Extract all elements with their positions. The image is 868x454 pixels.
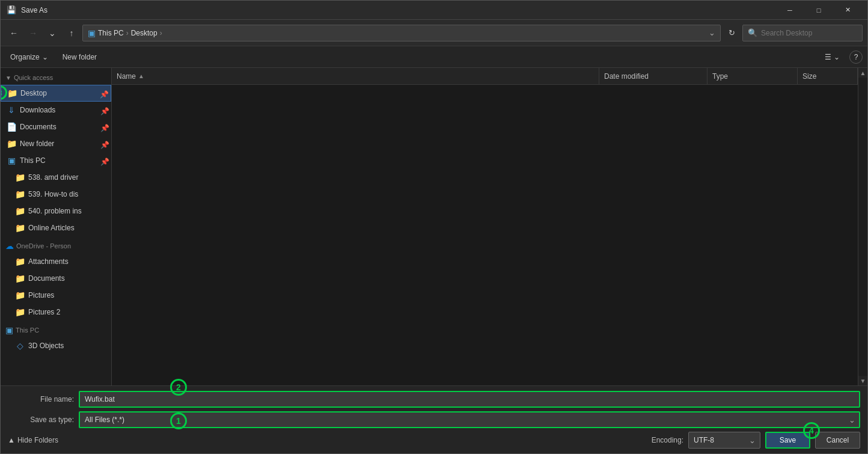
download-icon: ⇓ (7, 105, 16, 115)
secondary-toolbar: Organize ⌄ New folder ☰ ⌄ ? (1, 46, 867, 68)
col-name-label: Name (117, 72, 136, 81)
navigation-toolbar: ← → ⌄ ↑ ▣ This PC › Desktop › ⌄ ↻ 🔍 (1, 20, 867, 46)
folder-icon: 📁 (15, 290, 25, 300)
breadcrumb-this-pc[interactable]: This PC (98, 29, 124, 37)
view-dropdown-icon: ⌄ (834, 53, 840, 61)
sidebar-item-desktop[interactable]: 📁 Desktop 📌 3 (1, 85, 111, 102)
scroll-down-arrow[interactable]: ▼ (858, 376, 867, 385)
encoding-select-row: UTF-8 UTF-16 ANSI ⌄ (688, 432, 760, 449)
col-header-name[interactable]: Name ▲ (112, 68, 599, 84)
cube-icon: ◇ (15, 341, 25, 351)
main-content: ▼ Quick access 📁 Desktop 📌 3 ⇓ Downloads… (1, 68, 867, 385)
view-button[interactable]: ☰ ⌄ (820, 49, 845, 65)
sidebar-item-label: Pictures (28, 291, 54, 299)
sidebar-item-documents[interactable]: 📄 Documents 📌 (1, 118, 111, 135)
file-name-input[interactable] (79, 391, 860, 408)
dialog-icon: 💾 (7, 5, 16, 15)
sidebar-item-online-articles[interactable]: 📁 Online Articles (1, 219, 111, 236)
save-as-type-select[interactable]: All Files (*.*) Text Documents (*.txt) B… (79, 411, 860, 428)
hide-folders-button[interactable]: ▲ Hide Folders (8, 436, 58, 444)
breadcrumb-sep2: › (160, 29, 162, 37)
onedrive-header[interactable]: ☁ OneDrive - Person (1, 239, 111, 253)
this-pc-sidebar-header[interactable]: ▣ This PC (1, 323, 111, 337)
sidebar-item-label: Pictures 2 (28, 308, 60, 316)
pin-icon: 📌 (100, 141, 106, 147)
file-list[interactable] (112, 85, 858, 385)
sidebar-item-label: Downloads (20, 106, 55, 114)
col-size-label: Size (802, 72, 816, 81)
minimize-button[interactable]: ─ (776, 1, 804, 20)
right-scrollbar[interactable]: ▲ ▼ (858, 68, 867, 385)
address-bar[interactable]: ▣ This PC › Desktop › ⌄ (82, 25, 721, 41)
sidebar: ▼ Quick access 📁 Desktop 📌 3 ⇓ Downloads… (1, 68, 112, 385)
encoding-select[interactable]: UTF-8 UTF-16 ANSI (688, 432, 760, 449)
dialog-title: Save As (21, 6, 776, 14)
sidebar-item-attachments[interactable]: 📁 Attachments (1, 253, 111, 270)
sidebar-item-3d-objects[interactable]: ◇ 3D Objects (1, 337, 111, 354)
folder-icon: 📁 (7, 88, 17, 98)
organize-dropdown-icon: ⌄ (42, 53, 48, 61)
quick-access-header[interactable]: ▼ Quick access (1, 70, 111, 85)
annotation-4: 4 (803, 422, 820, 439)
folder-icon: 📁 (15, 189, 25, 199)
search-box[interactable]: 🔍 (742, 25, 863, 41)
close-button[interactable]: ✕ (834, 1, 861, 20)
sidebar-item-this-pc[interactable]: ▣ This PC 📌 (1, 152, 111, 169)
sidebar-item-label: 540. problem ins (28, 207, 82, 215)
sidebar-item-label: Attachments (28, 257, 69, 266)
sidebar-item-label: This PC (20, 156, 46, 165)
sidebar-item-downloads[interactable]: ⇓ Downloads 📌 (1, 102, 111, 118)
file-name-label: File name: (8, 395, 74, 403)
help-button[interactable]: ? (849, 51, 863, 64)
breadcrumb-sep1: › (126, 29, 129, 37)
new-folder-button[interactable]: New folder (58, 49, 102, 65)
organize-button[interactable]: Organize ⌄ (5, 49, 53, 65)
forward-button[interactable]: → (25, 25, 41, 41)
annotation-1: 1 (170, 413, 187, 429)
sidebar-item-od-documents[interactable]: 📁 Documents (1, 270, 111, 287)
folder-icon: 📁 (15, 206, 25, 216)
folder-icon: 📁 (15, 257, 25, 266)
sidebar-item-pictures[interactable]: 📁 Pictures (1, 287, 111, 304)
scroll-up-arrow[interactable]: ▲ (858, 68, 867, 78)
save-as-dialog: 💾 Save As ─ □ ✕ ← → ⌄ ↑ ▣ This PC › Desk… (0, 0, 868, 454)
sidebar-item-label: Online Articles (28, 224, 75, 232)
up-button[interactable]: ↑ (63, 25, 80, 41)
maximize-button[interactable]: □ (805, 1, 833, 20)
sidebar-item-538[interactable]: 📁 538. amd driver (1, 169, 111, 186)
refresh-button[interactable]: ↻ (723, 25, 740, 41)
pin-icon: 📌 (100, 158, 106, 164)
back-button[interactable]: ← (5, 25, 22, 41)
file-name-row: File name: 2 (8, 391, 860, 408)
help-icon: ? (854, 53, 858, 61)
annotation-2: 2 (170, 379, 187, 396)
sidebar-item-label: New folder (20, 140, 54, 148)
search-input[interactable] (761, 29, 857, 37)
column-headers: Name ▲ Date modified Type Size (112, 68, 858, 85)
title-bar: 💾 Save As ─ □ ✕ (1, 1, 867, 20)
breadcrumb-desktop[interactable]: Desktop (131, 29, 157, 37)
cancel-button[interactable]: Cancel (815, 432, 860, 449)
sidebar-item-540[interactable]: 📁 540. problem ins (1, 203, 111, 219)
footer-right: Encoding: UTF-8 UTF-16 ANSI ⌄ Save 4 Can… (652, 432, 860, 449)
address-dropdown-button[interactable]: ⌄ (709, 28, 715, 37)
recent-locations-button[interactable]: ⌄ (44, 25, 61, 41)
folder-icon: 📁 (15, 307, 25, 317)
scroll-track[interactable] (858, 78, 867, 376)
col-header-type[interactable]: Type (708, 68, 798, 84)
quick-access-expand-icon: ▼ (5, 75, 11, 81)
col-header-date[interactable]: Date modified (599, 68, 708, 84)
search-icon: 🔍 (748, 28, 757, 37)
folder-icon: 📁 (15, 274, 25, 283)
save-btn-container: Save 4 (765, 432, 810, 449)
doc-icon: 📄 (7, 122, 16, 132)
col-header-size[interactable]: Size (798, 68, 858, 84)
sidebar-item-539[interactable]: 📁 539. How-to dis (1, 186, 111, 203)
folder-icon: 📁 (7, 139, 16, 149)
sidebar-item-pictures2[interactable]: 📁 Pictures 2 (1, 304, 111, 321)
pin-icon: 📌 (100, 90, 106, 96)
sidebar-item-new-folder[interactable]: 📁 New folder 📌 (1, 135, 111, 152)
save-as-type-label: Save as type: (8, 416, 74, 424)
hide-folders-icon: ▲ (8, 436, 15, 444)
sidebar-item-label: Documents (28, 274, 65, 283)
